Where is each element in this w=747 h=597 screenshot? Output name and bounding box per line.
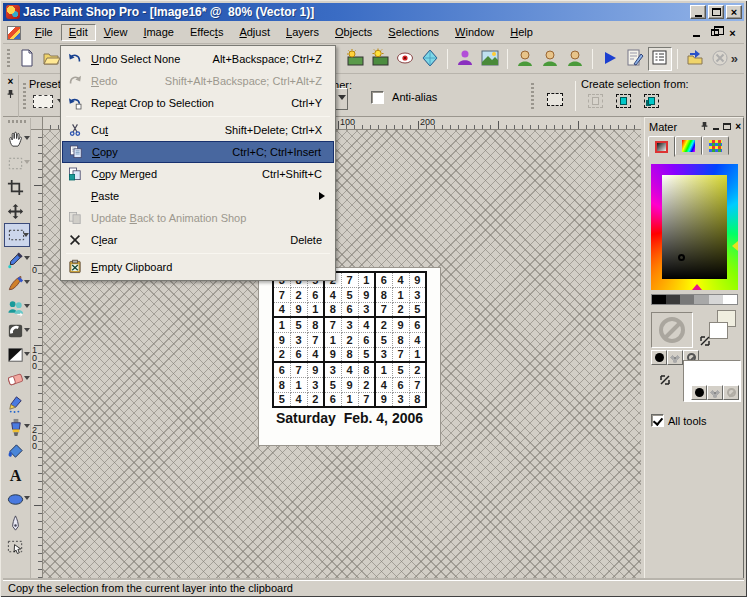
toolbar-grip[interactable] bbox=[7, 49, 10, 69]
ellipse-tool[interactable] bbox=[4, 487, 30, 511]
pen-tool[interactable] bbox=[4, 511, 30, 535]
chevron-down-icon[interactable] bbox=[24, 424, 30, 431]
chevron-down-icon[interactable] bbox=[24, 496, 30, 503]
greyscale-strip[interactable] bbox=[651, 294, 738, 305]
menu-item-update-back-to-animation-shop[interactable]: Update Back to Animation Shop bbox=[62, 207, 334, 229]
selection-tool[interactable] bbox=[4, 223, 30, 247]
paint-brush-tool[interactable] bbox=[4, 271, 30, 295]
palette-grip[interactable] bbox=[23, 83, 26, 109]
mdi-minimize-button[interactable] bbox=[689, 26, 704, 39]
chevron-down-icon[interactable] bbox=[24, 160, 30, 167]
color-marker[interactable] bbox=[678, 254, 685, 261]
menu-edit[interactable]: Edit bbox=[61, 24, 96, 41]
new-file-button[interactable] bbox=[15, 47, 39, 71]
menu-item-clear[interactable]: ClearDelete bbox=[62, 229, 334, 251]
flood-fill-tool[interactable] bbox=[4, 439, 30, 463]
script-list-button[interactable] bbox=[648, 47, 672, 71]
menu-objects[interactable]: Objects bbox=[327, 24, 380, 41]
adjust-photo-button[interactable] bbox=[368, 47, 392, 71]
object-selection-tool[interactable] bbox=[4, 535, 30, 559]
fill-bw-tool[interactable] bbox=[4, 343, 30, 367]
document-icon[interactable] bbox=[7, 26, 21, 40]
text-tool[interactable]: A bbox=[4, 463, 30, 487]
chevron-down-icon[interactable] bbox=[24, 256, 30, 263]
palette-close-icon[interactable]: × bbox=[8, 77, 14, 86]
menu-layers[interactable]: Layers bbox=[278, 24, 327, 41]
chevron-down-icon[interactable] bbox=[23, 233, 29, 240]
all-tools-checkbox[interactable] bbox=[651, 414, 664, 427]
avatar-2-button[interactable] bbox=[538, 47, 562, 71]
menu-item-redo[interactable]: RedoShift+Alt+Backspace; Ctrl+Alt+Z bbox=[62, 70, 334, 92]
avatar-button[interactable] bbox=[513, 47, 537, 71]
avatar-3-button[interactable] bbox=[563, 47, 587, 71]
menu-selections[interactable]: Selections bbox=[380, 24, 447, 41]
close-button[interactable]: × bbox=[726, 5, 742, 19]
chevron-down-icon[interactable] bbox=[24, 328, 30, 335]
menu-item-paste[interactable]: Paste bbox=[62, 185, 334, 207]
menu-file[interactable]: File bbox=[27, 24, 61, 41]
bg-texture-button[interactable] bbox=[707, 385, 723, 400]
bg-color-button[interactable] bbox=[691, 385, 707, 400]
background-material-box[interactable] bbox=[683, 360, 741, 402]
open-workspace-button[interactable] bbox=[683, 47, 707, 71]
fg-color-button[interactable] bbox=[651, 350, 667, 365]
tab-rainbow[interactable] bbox=[675, 136, 702, 155]
menu-item-cut[interactable]: CutShift+Delete; Ctrl+X bbox=[62, 119, 334, 141]
gem-button[interactable] bbox=[418, 47, 442, 71]
menu-item-copy[interactable]: CopyCtrl+C; Ctrl+Insert bbox=[62, 141, 334, 163]
antialias-option[interactable]: Anti-alias bbox=[371, 91, 437, 104]
airbrush-tool[interactable] bbox=[4, 415, 30, 439]
menu-window[interactable]: Window bbox=[447, 24, 502, 41]
tab-frame[interactable] bbox=[648, 136, 675, 157]
menu-view[interactable]: View bbox=[96, 24, 136, 41]
group-grip[interactable] bbox=[531, 83, 534, 109]
edit-selection-button[interactable] bbox=[543, 87, 567, 111]
eraser-tool[interactable] bbox=[4, 367, 30, 391]
chevron-down-icon[interactable] bbox=[24, 136, 30, 143]
zoom-tool[interactable] bbox=[4, 151, 30, 175]
crop-tool[interactable] bbox=[4, 175, 30, 199]
selection-from-mask-button[interactable] bbox=[583, 90, 607, 112]
antialias-checkbox[interactable] bbox=[371, 91, 384, 104]
swap-colors-icon[interactable] bbox=[698, 334, 712, 348]
purple-person-button[interactable] bbox=[453, 47, 477, 71]
enhance-photo-button[interactable] bbox=[343, 47, 367, 71]
chevron-down-icon[interactable] bbox=[24, 376, 30, 383]
chevron-down-icon[interactable] bbox=[24, 352, 30, 359]
edit-script-button[interactable] bbox=[623, 47, 647, 71]
menu-effects[interactable]: Effects bbox=[182, 24, 231, 41]
menu-item-empty-clipboard[interactable]: Empty Clipboard bbox=[62, 256, 334, 278]
run-script-button[interactable] bbox=[598, 47, 622, 71]
materials-title-bar[interactable]: Mater × bbox=[645, 118, 743, 134]
tab-swatches[interactable] bbox=[702, 136, 729, 155]
mdi-close-button[interactable]: × bbox=[725, 26, 740, 39]
mdi-restore-button[interactable] bbox=[707, 26, 722, 39]
saturation-box[interactable] bbox=[662, 175, 727, 279]
close-disabled-button[interactable] bbox=[708, 47, 732, 71]
all-tools-option[interactable]: All tools bbox=[651, 414, 707, 427]
fg-texture-button[interactable] bbox=[667, 350, 683, 365]
dodge-tool[interactable] bbox=[4, 319, 30, 343]
menu-item-copy-merged[interactable]: Copy MergedCtrl+Shift+C bbox=[62, 163, 334, 185]
maximize-button[interactable] bbox=[708, 5, 724, 19]
swap-materials-icon[interactable] bbox=[657, 372, 673, 388]
materials-minimize-icon[interactable] bbox=[713, 128, 719, 130]
bg-null-button[interactable] bbox=[723, 385, 739, 400]
hue-marker-right[interactable] bbox=[727, 241, 738, 251]
title-bar[interactable]: Jasc Paint Shop Pro - [Image16* @ 80% (V… bbox=[3, 3, 744, 21]
chevron-down-icon[interactable] bbox=[24, 280, 30, 287]
toolbar-overflow-chevron[interactable]: » bbox=[731, 51, 738, 66]
minimize-button[interactable] bbox=[690, 5, 706, 19]
marker-tool[interactable] bbox=[4, 391, 30, 415]
selection-from-opaque-button[interactable] bbox=[611, 90, 635, 112]
pan-tool[interactable] bbox=[4, 127, 30, 151]
tools-grip[interactable] bbox=[8, 120, 26, 123]
dropper-tool[interactable] bbox=[4, 247, 30, 271]
materials-maximize-icon[interactable] bbox=[723, 123, 731, 130]
selection-from-layer-button[interactable] bbox=[639, 90, 663, 112]
feather-dropdown[interactable] bbox=[335, 88, 348, 110]
menu-adjust[interactable]: Adjust bbox=[231, 24, 278, 41]
landscape-button[interactable] bbox=[478, 47, 502, 71]
hue-marker-bottom[interactable] bbox=[692, 279, 702, 290]
chevron-down-icon[interactable] bbox=[24, 304, 30, 311]
